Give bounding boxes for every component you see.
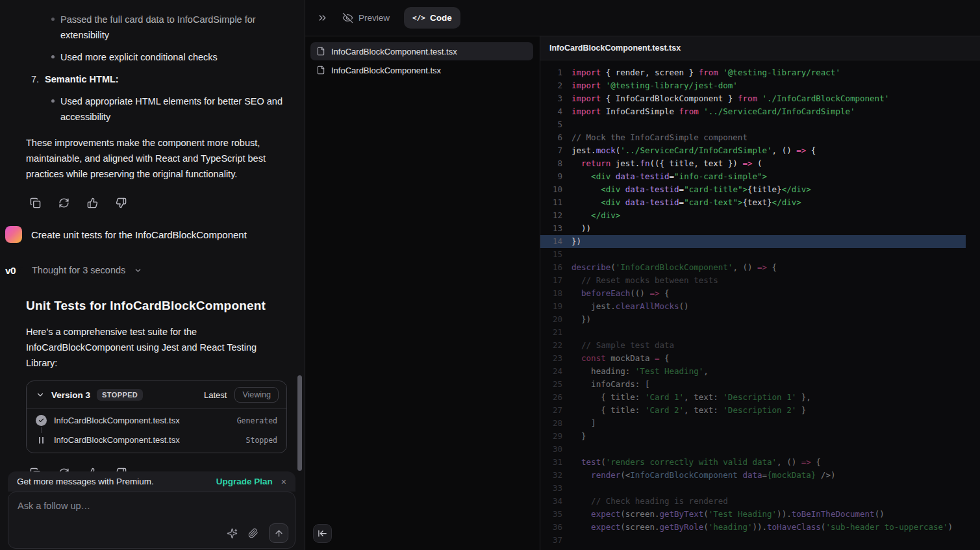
list-item-text: Used more explicit conditional checks (60, 52, 218, 62)
eye-off-icon (342, 12, 353, 23)
code-line: 27 { title: 'Card 2', text: 'Description… (540, 404, 980, 417)
code-line: 5 (540, 118, 980, 131)
premium-banner-text: Get more messages with Premium. (17, 477, 154, 486)
file-name: InfoCardBlockComponent.tsx (331, 66, 441, 75)
status-badge: STOPPED (97, 389, 143, 401)
code-line: 33 (540, 482, 980, 495)
code-line: 16describe('InfoCardBlockComponent', () … (540, 261, 980, 274)
version-card-body: InfoCardBlockComponent.test.tsx Generate… (27, 408, 286, 453)
arrow-left-to-line-icon (318, 529, 327, 538)
editor-tabbar: InfoCardBlockComponent.test.tsx (540, 36, 980, 60)
v0-logo: v0 (5, 266, 23, 275)
code-line: 14}) (540, 235, 966, 248)
task-status: Stopped (246, 436, 277, 445)
task-row[interactable]: InfoCardBlockComponent.test.tsx Generate… (36, 415, 277, 426)
file-icon (316, 66, 325, 75)
code-line: 30 (540, 443, 980, 456)
editor-tab-title[interactable]: InfoCardBlockComponent.test.tsx (549, 44, 681, 53)
workbench-panel: Preview </> Code InfoCardBlockComponent.… (305, 0, 980, 550)
file-item[interactable]: InfoCardBlockComponent.tsx (310, 61, 533, 79)
code-line: 18 beforeEach(() => { (540, 287, 980, 300)
code-line: 19 jest.clearAllMocks() (540, 300, 980, 313)
chevron-down-icon[interactable] (134, 266, 142, 275)
code-line: 12 </div> (540, 209, 980, 222)
code-line: 10 <div data-testid="card-title">{title}… (540, 183, 980, 196)
list-number: 7. (31, 71, 39, 87)
code-line: 28 ] (540, 417, 980, 430)
code-line: 9 <div data-testid="info-card-simple"> (540, 170, 980, 183)
tab-preview[interactable]: Preview (342, 12, 390, 23)
collapse-sidebar-button[interactable] (313, 524, 332, 543)
code-line: 6// Mock the InfoCardSimple component (540, 131, 980, 144)
code-lines[interactable]: 1import { render, screen } from '@testin… (540, 60, 980, 550)
code-line: 2import '@testing-library/jest-dom' (540, 79, 980, 92)
numbered-list-item: 7. Semantic HTML: (31, 71, 305, 87)
code-editor: InfoCardBlockComponent.test.tsx 1import … (540, 36, 980, 550)
user-message-text: Create unit tests for the InfoCardBlockC… (31, 229, 247, 240)
message-actions (30, 197, 305, 208)
premium-banner: Get more messages with Premium. Upgrade … (8, 471, 295, 492)
thought-row[interactable]: v0 Thought for 3 seconds (5, 265, 305, 275)
svg-text:v0: v0 (5, 266, 16, 275)
thought-label: Thought for 3 seconds (32, 265, 125, 275)
task-file-name: InfoCardBlockComponent.test.tsx (54, 435, 180, 445)
chevrons-right-icon[interactable] (317, 12, 328, 23)
composer[interactable]: Ask a follow up… (8, 492, 295, 549)
code-line: 11 <div data-testid="card-text">{text}</… (540, 196, 980, 209)
attach-icon[interactable] (248, 528, 258, 538)
assistant-paragraph: These improvements make the component mo… (26, 135, 287, 182)
code-line: 21 (540, 326, 980, 339)
code-label: Code (430, 13, 452, 23)
followup-input[interactable]: Ask a follow up… (8, 492, 295, 519)
code-line: 1import { render, screen } from '@testin… (540, 66, 980, 79)
code-line: 35 expect(screen.getByText('Test Heading… (540, 508, 980, 521)
upgrade-plan-link[interactable]: Upgrade Plan (216, 477, 273, 486)
task-status: Generated (237, 416, 277, 425)
code-line: 36 expect(screen.getByRole('heading')).t… (540, 521, 980, 534)
list-item: Used more explicit conditional checks (60, 49, 289, 65)
thumbs-down-icon[interactable] (116, 197, 127, 208)
file-name: InfoCardBlockComponent.test.tsx (331, 47, 457, 56)
file-item[interactable]: InfoCardBlockComponent.test.tsx (310, 42, 533, 60)
version-title: Version 3 (51, 390, 90, 400)
task-file-name: InfoCardBlockComponent.test.tsx (54, 416, 180, 425)
code-line: 24 heading: 'Test Heading', (540, 365, 980, 378)
chat-scrollbar-thumb[interactable] (297, 375, 302, 471)
send-button[interactable] (269, 523, 288, 543)
user-message: Create unit tests for the InfoCardBlockC… (5, 226, 305, 243)
list-item: Passed the full card data to InfoCardSim… (60, 12, 289, 43)
code-line: 20 }) (540, 313, 980, 326)
thumbs-up-icon[interactable] (87, 197, 98, 208)
viewing-button[interactable]: Viewing (234, 387, 279, 403)
workbench-toolbar: Preview </> Code (305, 0, 980, 36)
task-row[interactable]: InfoCardBlockComponent.test.tsx Stopped (36, 434, 277, 445)
code-line: 32 render(<InfoCardBlockComponent data={… (540, 469, 980, 482)
response-heading: Unit Tests for InfoCardBlockComponent (26, 299, 305, 313)
chat-scroll-area[interactable]: Passed the full card data to InfoCardSim… (0, 0, 305, 550)
code-line: 13 )) (540, 222, 980, 235)
chat-panel: Passed the full card data to InfoCardSim… (0, 0, 305, 550)
file-icon (316, 47, 325, 56)
code-line: 29 } (540, 430, 980, 443)
pause-icon (36, 434, 47, 445)
chevron-down-icon[interactable] (36, 390, 45, 399)
close-icon[interactable]: × (281, 477, 286, 486)
version-card-header[interactable]: Version 3 STOPPED Latest Viewing (27, 381, 286, 408)
code-line: 7jest.mock('../ServiceCard/InfoCardSimpl… (540, 144, 980, 157)
list-item-title: Semantic HTML: (45, 71, 119, 87)
code-icon: </> (412, 14, 425, 22)
sparkles-icon[interactable] (227, 528, 238, 539)
code-line: 23 const mockData = { (540, 352, 980, 365)
code-line: 8 return jest.fn(({ title, text }) => ( (540, 157, 980, 170)
code-line: 37 (540, 534, 980, 547)
code-line: 15 (540, 248, 980, 261)
version-card: Version 3 STOPPED Latest Viewing InfoCar… (26, 381, 287, 453)
tab-code[interactable]: </> Code (404, 7, 460, 29)
regenerate-icon[interactable] (58, 197, 69, 208)
code-line: 25 infoCards: [ (540, 378, 980, 391)
list-item-text: Passed the full card data to InfoCardSim… (60, 14, 256, 40)
code-line: 3import { InfoCardBlockComponent } from … (540, 92, 980, 105)
file-sidebar: InfoCardBlockComponent.test.tsx InfoCard… (305, 36, 540, 550)
check-circle-icon (36, 415, 47, 426)
copy-icon[interactable] (30, 197, 41, 208)
